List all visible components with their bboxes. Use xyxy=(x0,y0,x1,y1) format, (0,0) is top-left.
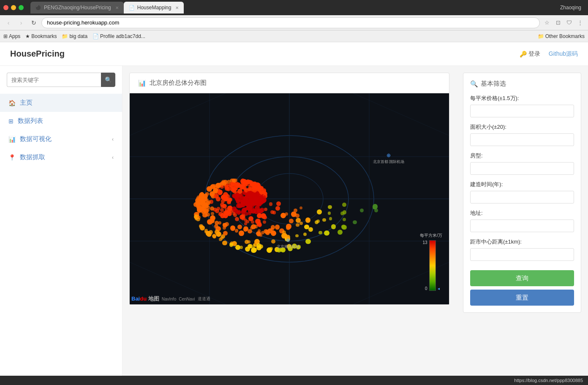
map-svg xyxy=(130,93,449,304)
map-legend: 每平方米/万 13 0 ◂ xyxy=(420,233,442,291)
price-input[interactable] xyxy=(470,105,574,117)
back-button[interactable]: ‹ xyxy=(3,18,14,28)
doc-icon: 📄 xyxy=(93,33,99,39)
reset-button[interactable]: 重置 xyxy=(470,290,574,306)
sidebar-item-dataviz[interactable]: 📊 数据可视化 ‹ xyxy=(0,130,122,148)
forward-button[interactable]: › xyxy=(16,18,26,28)
filter-search-icon: 🔍 xyxy=(470,80,478,88)
search-input[interactable] xyxy=(7,73,101,87)
status-bar: https://blog.csdn.net/ppp8300885 xyxy=(0,376,588,385)
traffic-lights xyxy=(3,5,24,10)
map-visualization: ⊕ 北京首都 国际机场 ⊕ 北京南苑机场 每平方米/万 xyxy=(130,93,449,304)
maximize-button[interactable] xyxy=(19,5,24,10)
pin-icon: 📍 xyxy=(8,154,16,161)
github-link[interactable]: Github源码 xyxy=(549,50,578,58)
query-button[interactable]: 查询 xyxy=(470,270,574,286)
site-nav: 🔑 登录 Github源码 xyxy=(520,50,578,58)
table-icon: ⊞ xyxy=(8,118,14,125)
map-title-icon: 📊 xyxy=(138,79,146,87)
address-bar: ‹ › ↻ ☆ ⊡ 🛡 ⋮ xyxy=(0,15,588,30)
filter-panel: 🔍 基本筛选 每平米价格(±1.5万): 面积大小(±20): 房型 xyxy=(463,73,581,313)
baidu-logo: Baidu 地图 xyxy=(131,295,159,303)
sidebar-item-datalist[interactable]: ⊞ 数据列表 xyxy=(0,112,122,130)
map-card-header: 📊 北京房价总体分布图 xyxy=(130,73,449,93)
distance-input[interactable] xyxy=(470,248,574,261)
filter-group-distance: 距市中心距离(±1km): xyxy=(470,238,574,261)
content-wrapper: 📊 北京房价总体分布图 xyxy=(122,66,588,376)
map-card: 📊 北京房价总体分布图 xyxy=(129,73,449,305)
filter-title: 🔍 基本筛选 xyxy=(470,80,574,88)
site-header: HousePricing 🔑 登录 Github源码 xyxy=(0,42,588,66)
reload-button[interactable]: ↻ xyxy=(29,18,39,28)
bookmarks-item[interactable]: ★ Bookmarks xyxy=(25,33,57,39)
filter-group-price: 每平米价格(±1.5万): xyxy=(470,95,574,117)
apps-grid-icon: ⊞ xyxy=(3,33,8,39)
search-area: 🔍 xyxy=(0,73,122,94)
filter-group-area: 面积大小(±20): xyxy=(470,123,574,146)
tab-github[interactable]: ⚫ PENGZhaoqing/HousePricing ✕ xyxy=(30,2,124,14)
roomtype-input[interactable] xyxy=(470,162,574,175)
airport2-marker: ⊕ 北京南苑机场 xyxy=(277,237,299,249)
star-bookmark-icon: ★ xyxy=(25,33,30,39)
page-content: HousePricing 🔑 登录 Github源码 🔍 xyxy=(0,42,588,376)
filter-group-roomtype: 房型: xyxy=(470,152,574,175)
home-icon: 🏠 xyxy=(8,100,16,106)
tab-housemapping-close[interactable]: ✕ xyxy=(175,5,179,10)
folder-other-icon: 📁 xyxy=(538,33,544,39)
dataviz-arrow-icon: ‹ xyxy=(112,136,114,142)
datacrawl-arrow-icon: ‹ xyxy=(112,155,114,160)
housemapping-tab-icon: 📄 xyxy=(129,5,135,11)
github-tab-icon: ⚫ xyxy=(35,5,41,11)
title-bar: ⚫ PENGZhaoqing/HousePricing ✕ 📄 HouseMap… xyxy=(0,0,588,15)
filter-group-buildyear: 建造时间(年): xyxy=(470,181,574,203)
screenshot-icon[interactable]: ⊡ xyxy=(553,18,563,27)
browser-frame: ⚫ PENGZhaoqing/HousePricing ✕ 📄 HouseMap… xyxy=(0,0,588,385)
address-actions: ☆ ⊡ 🛡 ⋮ xyxy=(542,18,585,27)
map-attribution: Baidu 地图 NavInfo CenNavi 道道通 xyxy=(131,295,210,303)
sidebar: 🔍 🏠 主页 ⊞ 数据列表 📊 数据可视化 ‹ xyxy=(0,66,122,376)
profile-bookmark[interactable]: 📄 Profile adb1ac7dd... xyxy=(93,33,145,39)
browser-user: Zhaoqing xyxy=(560,5,585,11)
other-bookmarks[interactable]: 📁 Other Bookmarks xyxy=(538,33,585,39)
search-button[interactable]: 🔍 xyxy=(101,73,115,87)
tab-housemapping-label: HouseMapping xyxy=(137,5,172,11)
login-icon: 🔑 xyxy=(520,51,527,57)
apps-bookmark[interactable]: ⊞ Apps xyxy=(3,33,20,39)
folder-icon: 📁 xyxy=(62,33,68,39)
status-url: https://blog.csdn.net/ppp8300885 xyxy=(514,378,583,383)
minimize-button[interactable] xyxy=(11,5,16,10)
shield-icon[interactable]: 🛡 xyxy=(564,18,574,27)
site-logo: HousePricing xyxy=(10,49,520,59)
menu-icon[interactable]: ⋮ xyxy=(575,18,585,27)
address-input[interactable] xyxy=(41,17,540,28)
sidebar-item-datacrawl[interactable]: 📍 数据抓取 ‹ xyxy=(0,148,122,166)
chart-icon: 📊 xyxy=(8,136,16,143)
bigdata-bookmark[interactable]: 📁 big data xyxy=(62,33,87,39)
legend-gradient-bar xyxy=(429,240,436,291)
website: HousePricing 🔑 登录 Github源码 🔍 xyxy=(0,42,588,376)
login-link[interactable]: 🔑 登录 xyxy=(520,50,540,58)
filter-group-address: 地址: xyxy=(470,209,574,232)
tab-housemapping[interactable]: 📄 HouseMapping ✕ xyxy=(124,2,184,14)
tab-github-label: PENGZhaoqing/HousePricing xyxy=(44,5,111,11)
bookmarks-bar: ⊞ Apps ★ Bookmarks 📁 big data 📄 Profile … xyxy=(0,30,588,42)
close-button[interactable] xyxy=(3,5,8,10)
sidebar-item-home[interactable]: 🏠 主页 xyxy=(0,94,122,112)
tab-github-close[interactable]: ✕ xyxy=(115,5,119,10)
star-icon[interactable]: ☆ xyxy=(542,18,552,27)
airport1-marker: ⊕ 北京首都 国际机场 xyxy=(373,152,405,165)
main-layout: 🔍 🏠 主页 ⊞ 数据列表 📊 数据可视化 ‹ xyxy=(0,66,588,376)
buildyear-input[interactable] xyxy=(470,191,574,203)
area-input[interactable] xyxy=(470,133,574,146)
tabs-area: ⚫ PENGZhaoqing/HousePricing ✕ 📄 HouseMap… xyxy=(30,2,557,14)
address-filter-input[interactable] xyxy=(470,220,574,232)
